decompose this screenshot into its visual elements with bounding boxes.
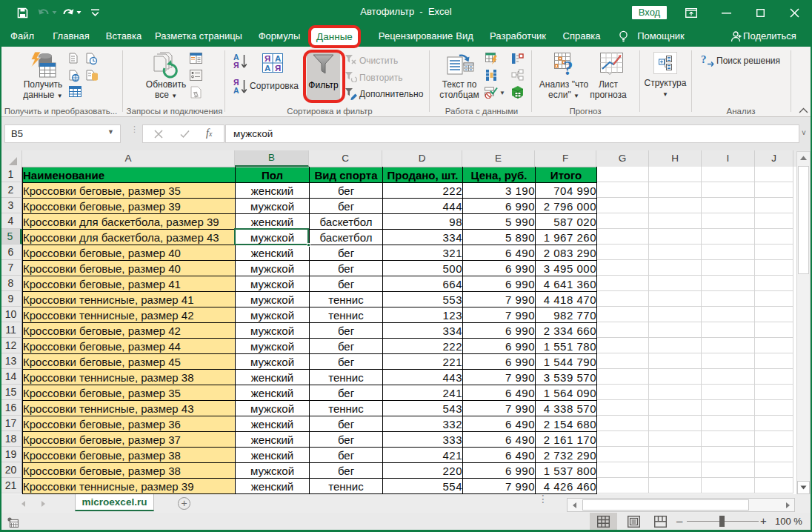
svg-text:Я: Я	[233, 61, 239, 70]
svg-text:?: ?	[701, 53, 707, 65]
svg-text:А: А	[233, 86, 239, 95]
svg-text:А: А	[275, 54, 281, 63]
svg-text:Я: Я	[264, 54, 270, 63]
svg-text:А: А	[264, 64, 270, 73]
svg-text:Я: Я	[275, 64, 281, 73]
svg-text:?: ?	[563, 57, 573, 76]
